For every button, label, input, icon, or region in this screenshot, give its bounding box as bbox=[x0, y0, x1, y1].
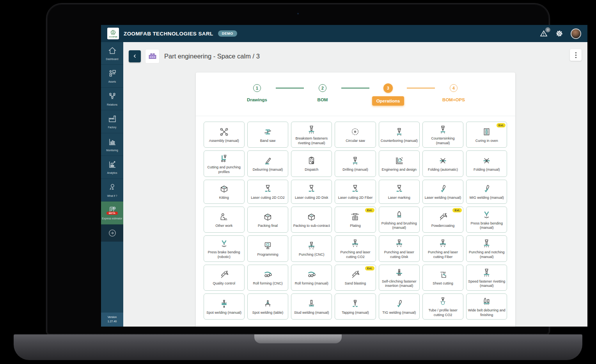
operation-tile-laser-cutting-2d-co2[interactable]: Laser cutting 2D CO2 bbox=[247, 180, 288, 204]
operation-tile-assembly-manual[interactable]: Assembly (manual) bbox=[204, 122, 245, 148]
operation-tile-stud-welding-manual[interactable]: Stud welding (manual) bbox=[291, 293, 332, 320]
operation-tile-drilling-manual[interactable]: Drilling (manual) bbox=[335, 150, 376, 177]
operation-tile-band-saw[interactable]: Band saw bbox=[247, 122, 288, 148]
operation-tile-sheet-cutting[interactable]: Sheet cutting bbox=[422, 265, 463, 291]
plating-icon bbox=[350, 212, 360, 222]
sidebar-item-assets[interactable]: Assets bbox=[101, 65, 123, 87]
operation-tile-punching-and-notching-manual[interactable]: Punching and notching (manual) bbox=[466, 235, 507, 262]
operation-tile-curing-in-oven[interactable]: Curing in ovenExt. bbox=[466, 122, 507, 148]
torch-check-icon bbox=[481, 184, 492, 194]
oven-icon bbox=[481, 127, 492, 137]
operation-label: Punching and laser cutting Disk bbox=[380, 250, 418, 259]
box-icon bbox=[306, 212, 317, 222]
stepper-step-bom[interactable]: 2BOM bbox=[304, 83, 341, 102]
operation-tile-wide-belt-deburring-and-finishing[interactable]: Wide belt deburring and finishing bbox=[466, 293, 507, 320]
more-options-button[interactable] bbox=[570, 49, 582, 61]
operation-tile-self-clinching-fastener-insertion-manual[interactable]: Self-clinching fastener insertion (manua… bbox=[379, 265, 420, 291]
ext-badge: Ext. bbox=[365, 208, 374, 212]
sidebar-item-dashboard[interactable]: Dashboard bbox=[101, 42, 123, 65]
stepper-step-drawings[interactable]: 1Drawings bbox=[238, 83, 276, 102]
operation-tile-spot-welding-manual[interactable]: Spot welding (manual) bbox=[204, 293, 245, 320]
operation-tile-plating[interactable]: PlatingExt. bbox=[335, 207, 376, 233]
operation-tile-tapping-manual[interactable]: Tapping (manual) bbox=[335, 293, 376, 320]
operation-label: Folding (manual) bbox=[474, 168, 500, 172]
operation-tile-polishing-and-brushing-manual[interactable]: Polishing and brushing (manual) bbox=[379, 207, 420, 233]
sidebar-item-what-if[interactable]: What if ? bbox=[101, 179, 123, 201]
operation-tile-cutting-and-punching-profiles[interactable]: Cutting and punching profiles bbox=[204, 150, 245, 177]
sidebar-item-express-estimator[interactable]: BETAExpress estimator bbox=[101, 201, 123, 224]
clipboard-icon bbox=[306, 155, 317, 166]
operation-label: Speed fastener rivetting (manual) bbox=[468, 279, 506, 288]
operation-tile-folding-automatic[interactable]: Folding (automatic) bbox=[422, 150, 463, 177]
operation-label: Spot welding (manual) bbox=[206, 311, 241, 315]
operation-tile-tig-welding-manual[interactable]: TIG welding (manual) bbox=[379, 293, 420, 320]
operation-label: Spot welding (table) bbox=[252, 311, 284, 315]
operation-tile-programming[interactable]: Programming bbox=[247, 235, 288, 262]
operation-tile-countersinking-manual[interactable]: Countersinking (manual) bbox=[422, 122, 463, 148]
operation-label: Press brake bending (manual) bbox=[468, 221, 506, 230]
operation-label: Band saw bbox=[260, 139, 276, 143]
operation-label: Laser cutting 2D CO2 bbox=[251, 196, 285, 200]
sidebar-nav: DashboardAssetsRelationsFactoryMonitorin… bbox=[101, 42, 123, 224]
sidebar-item-analytics[interactable]: Analytics bbox=[101, 156, 123, 178]
operation-tile-quality-control[interactable]: Quality control bbox=[204, 265, 245, 291]
operation-tile-tube-profile-laser-cutting-co2[interactable]: Tube / profile laser cutting CO2 bbox=[422, 293, 463, 320]
operation-tile-punching-and-laser-cutting-disk[interactable]: Punching and laser cutting Disk bbox=[379, 235, 420, 262]
operation-tile-spot-welding-table[interactable]: Spot welding (table) bbox=[247, 293, 288, 320]
operation-tile-punching-cnc[interactable]: Punching (CNC) bbox=[291, 235, 332, 262]
operation-tile-circular-saw[interactable]: Circular saw bbox=[335, 122, 376, 148]
operation-tile-press-brake-bending-manual[interactable]: Press brake bending (manual) bbox=[466, 207, 507, 233]
operation-tile-other-work[interactable]: Other work bbox=[204, 207, 245, 233]
operation-tile-packing-to-sub-contract[interactable]: Packing to sub-contract bbox=[291, 207, 332, 233]
operation-tile-sand-blasting[interactable]: Sand blastingExt. bbox=[335, 265, 376, 291]
stepper-step-operations[interactable]: 3Operations bbox=[369, 83, 407, 106]
sidebar-item-label: Assets bbox=[108, 80, 116, 83]
divider bbox=[196, 116, 515, 116]
operation-tile-deburring-manual[interactable]: Deburring (manual) bbox=[247, 150, 288, 177]
zoomfab-logo-text: ZOOMFAB bbox=[109, 36, 117, 38]
operation-tile-dispatch[interactable]: Dispatch bbox=[291, 150, 332, 177]
operation-tile-laser-cutting-2d-disk[interactable]: Laser cutting 2D Disk bbox=[291, 180, 332, 204]
step-label: BOM bbox=[318, 97, 328, 102]
operation-tile-laser-welding-manual[interactable]: Laser welding (manual) bbox=[422, 180, 463, 204]
back-button[interactable] bbox=[129, 50, 141, 62]
operation-tile-speed-fastener-rivetting-manual[interactable]: Speed fastener rivetting (manual) bbox=[466, 265, 507, 291]
operation-tile-enginering-and-design[interactable]: Enginering and design bbox=[379, 150, 420, 177]
assets-icon bbox=[108, 69, 117, 78]
operation-tile-mig-welding-manual[interactable]: MIG welding (manual) bbox=[466, 180, 507, 204]
operation-tile-kitting[interactable]: Kitting bbox=[204, 180, 245, 204]
operation-tile-roll-forming-manual[interactable]: Roll forming (manual) bbox=[291, 265, 332, 291]
whatif-icon bbox=[108, 183, 117, 192]
operation-tile-laser-cutting-2d-fiber[interactable]: Laser cutting 2D Fiber bbox=[335, 180, 376, 204]
kebab-icon bbox=[575, 52, 576, 53]
operation-tile-packing-final[interactable]: Packing final bbox=[247, 207, 288, 233]
operation-tile-counterboring-manual[interactable]: Counterboring (manual) bbox=[379, 122, 420, 148]
factory-icon bbox=[108, 114, 117, 124]
step-label: BOM+OPS bbox=[442, 97, 465, 102]
settings-button[interactable] bbox=[555, 29, 564, 38]
spray-icon bbox=[438, 212, 448, 222]
operation-label: Laser cutting 2D Disk bbox=[295, 196, 328, 200]
operation-tile-punching-and-laser-cutting-fiber[interactable]: Punching and laser cutting Fiber bbox=[422, 235, 463, 262]
laser-marking-icon bbox=[394, 184, 404, 194]
stepper-step-bom-ops[interactable]: 4BOM+OPS bbox=[435, 83, 472, 102]
alerts-button[interactable]: 0 bbox=[539, 29, 548, 38]
gear-icon bbox=[555, 29, 564, 38]
operation-tile-press-brake-bending-robotic[interactable]: Press brake bending (robotic) bbox=[204, 235, 245, 262]
operation-tile-punching-and-laser-cutting-co2[interactable]: Punching and laser cutting CO2 bbox=[335, 235, 376, 262]
operation-tile-powdercoating[interactable]: PowdercoatingExt. bbox=[422, 207, 463, 233]
operation-tile-breakstem-fasteners-rivetting-manual[interactable]: Breakstem fasteners rivetting (manual) bbox=[291, 122, 332, 148]
deburr-icon bbox=[263, 155, 273, 166]
operation-label: Punching and laser cutting CO2 bbox=[336, 250, 374, 259]
operation-tile-roll-forming-cnc[interactable]: Roll forming (CNC) bbox=[247, 265, 288, 291]
operation-label: Sand blasting bbox=[345, 281, 366, 286]
sidebar-expand-button[interactable] bbox=[101, 224, 123, 242]
alerts-count-badge: 0 bbox=[545, 27, 550, 32]
operation-tile-laser-marking[interactable]: Laser marking bbox=[379, 180, 420, 204]
sidebar-item-factory[interactable]: Factory bbox=[101, 110, 123, 133]
user-avatar[interactable] bbox=[571, 28, 581, 39]
operation-label: Dispatch bbox=[305, 168, 318, 172]
sidebar-item-relations[interactable]: Relations bbox=[101, 88, 123, 110]
sidebar-item-monitoring[interactable]: Monitoring bbox=[101, 133, 123, 156]
operation-tile-folding-manual[interactable]: Folding (manual) bbox=[466, 150, 507, 177]
